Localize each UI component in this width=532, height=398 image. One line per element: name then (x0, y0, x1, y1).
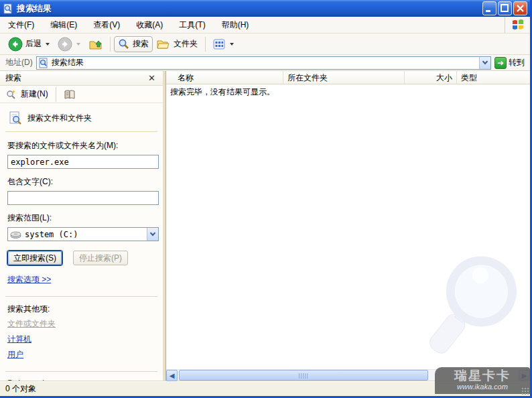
menu-edit[interactable]: 编辑(E) (42, 17, 85, 33)
standard-toolbar: 后退 搜索 (0, 34, 530, 55)
filename-label: 要搜索的文件或文件夹名为(M): (7, 140, 155, 151)
link-computers[interactable]: 计算机 (7, 334, 31, 345)
search-pane: 搜索 ✕ 新建(N) (0, 71, 165, 381)
containing-text-input[interactable] (7, 191, 159, 205)
address-label: 地址(D) (5, 57, 33, 68)
menu-bar: 文件(F) 编辑(E) 查看(V) 收藏(A) 工具(T) 帮助(H) (0, 17, 530, 34)
search-task-title: 搜索文件和文件夹 (27, 113, 92, 124)
toolbar-separator (205, 37, 206, 52)
views-button[interactable] (209, 36, 238, 52)
go-button[interactable]: ➜ 转到 (494, 57, 527, 69)
column-header-row: 名称 所在文件夹 大小 类型 (166, 71, 530, 84)
address-combo[interactable]: 搜索结果 (36, 56, 491, 70)
divider (5, 131, 157, 132)
menu-view[interactable]: 查看(V) (85, 17, 128, 33)
book-icon[interactable] (64, 89, 76, 100)
menu-tools[interactable]: 工具(T) (171, 17, 213, 33)
column-in-folder[interactable]: 所在文件夹 (283, 71, 405, 84)
windows-logo (505, 17, 530, 33)
up-folder-icon (88, 38, 103, 51)
forward-button[interactable] (54, 35, 84, 54)
back-label: 后退 (25, 38, 42, 50)
explorer-window: 搜索结果 文件(F) 编辑(E) 查看(V) 收藏(A) 工具(T) 帮助(H) (0, 0, 532, 398)
go-label: 转到 (509, 57, 525, 68)
search-complete-message: 搜索完毕，没有结果可显示。 (170, 86, 275, 98)
search-pane-header: 搜索 ✕ (0, 71, 163, 86)
watermark-url: www.ikaka.com (435, 383, 530, 391)
folders-button[interactable]: 文件夹 (153, 36, 202, 52)
menu-file[interactable]: 文件(F) (0, 17, 42, 33)
stop-search-button[interactable]: 停止搜索(P) (73, 251, 128, 265)
minimize-button[interactable] (482, 1, 496, 15)
search-files-icon (9, 111, 22, 125)
results-body: 搜索完毕，没有结果可显示。 (166, 84, 530, 369)
folders-icon (157, 38, 171, 50)
watermark-title: 瑞星卡卡 (435, 369, 530, 382)
column-name[interactable]: 名称 (166, 71, 283, 84)
look-in-value: system (C:) (25, 230, 147, 239)
back-button[interactable]: 后退 (4, 35, 54, 54)
menu-favorites[interactable]: 收藏(A) (128, 17, 171, 33)
column-size[interactable]: 大小 (405, 71, 457, 84)
look-in-label: 搜索范围(L): (7, 212, 155, 224)
filename-input[interactable] (7, 155, 159, 169)
forward-dropdown-icon (76, 43, 80, 46)
link-people[interactable]: 用户 (7, 349, 23, 360)
back-icon (8, 37, 23, 52)
address-value: 搜索结果 (52, 57, 479, 68)
views-icon (213, 38, 226, 50)
search-toggle-label: 搜索 (133, 38, 149, 50)
maximize-button[interactable] (498, 1, 512, 15)
divider (5, 296, 157, 297)
search-now-button[interactable]: 立即搜索(S) (7, 251, 62, 265)
search-icon (118, 38, 130, 50)
object-count: 0 个对象 (5, 383, 36, 395)
address-search-icon (38, 58, 49, 68)
search-results-window-icon (3, 3, 13, 14)
scroll-left-icon[interactable]: ◀ (166, 370, 178, 381)
new-search-button[interactable]: 新建(N) (21, 88, 48, 100)
toolbar-separator (110, 37, 111, 52)
close-pane-icon[interactable]: ✕ (146, 73, 157, 83)
search-toggle-button[interactable]: 搜索 (114, 36, 153, 52)
title-bar: 搜索结果 (0, 0, 530, 17)
results-pane: 名称 所在文件夹 大小 类型 搜索完毕，没有结果可显示。 (165, 71, 530, 381)
look-in-select[interactable]: system (C:) (7, 227, 159, 241)
divider (5, 371, 157, 372)
views-dropdown-icon[interactable] (230, 43, 234, 46)
folders-label: 文件夹 (174, 38, 198, 50)
containing-text-label: 包含文字(C): (7, 176, 155, 188)
back-dropdown-icon[interactable] (46, 43, 50, 46)
menu-help[interactable]: 帮助(H) (214, 17, 257, 33)
new-search-icon (5, 88, 17, 100)
go-arrow-icon: ➜ (494, 57, 507, 69)
window-title: 搜索结果 (17, 3, 482, 15)
up-folder-button[interactable] (84, 36, 107, 53)
rising-kaka-watermark: 瑞星卡卡 www.ikaka.com (435, 367, 530, 394)
search-pane-toolbar: 新建(N) (0, 86, 163, 103)
address-bar: 地址(D) 搜索结果 ➜ 转到 (0, 55, 530, 71)
link-files-or-folders: 文件或文件夹 (7, 318, 56, 330)
disk-drive-icon (10, 230, 21, 239)
search-other-title: 搜索其他项: (7, 304, 155, 315)
close-button[interactable] (513, 1, 527, 15)
pane-toolbar-separator (56, 87, 56, 102)
search-options-link[interactable]: 搜索选项 >> (7, 274, 51, 285)
forward-icon (58, 37, 72, 52)
resize-grip[interactable] (521, 387, 529, 395)
look-in-dropdown-button[interactable] (147, 228, 158, 241)
column-type[interactable]: 类型 (457, 71, 530, 84)
address-dropdown-button[interactable] (479, 57, 490, 69)
search-form: 搜索文件和文件夹 要搜索的文件或文件夹名为(M): 包含文字(C): 搜索范围(… (0, 103, 163, 381)
search-pane-title: 搜索 (5, 72, 146, 84)
magnifier-watermark-graphic (415, 253, 522, 368)
scrollbar-thumb[interactable] (179, 370, 428, 381)
